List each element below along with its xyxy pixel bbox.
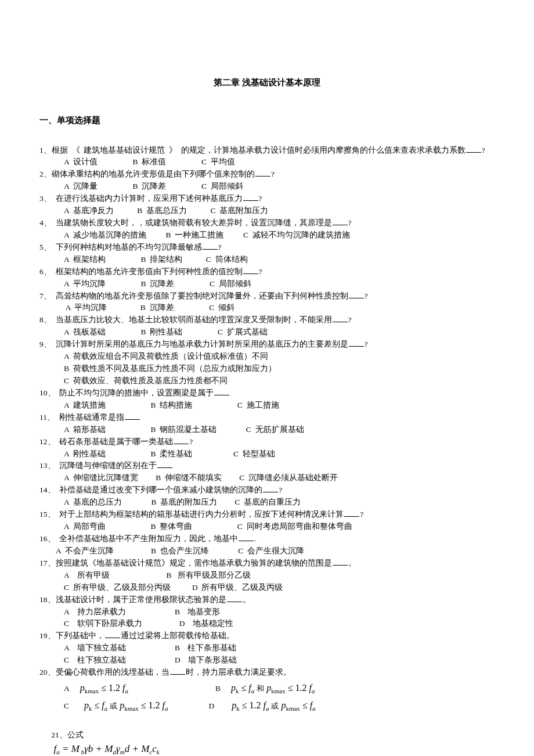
option-c: C 局部倾斜 xyxy=(210,279,251,288)
q-text: 下列基础中， xyxy=(56,631,104,640)
blank xyxy=(203,242,218,250)
q-period: 。 xyxy=(348,559,356,567)
option-a: A 筏板基础 xyxy=(64,327,106,336)
option-b: B 也会产生沉绛 xyxy=(151,546,209,555)
question-1: 1、根据 《 建筑地基基础设计规范 》 的规定，计算地基承载力设计值时必须用内摩… xyxy=(39,145,495,169)
q-number: 21、 xyxy=(51,730,67,739)
option-a: A 持力层承载力 xyxy=(64,607,126,616)
option-label-c: C xyxy=(64,700,69,712)
q-number: 8、 xyxy=(39,315,52,324)
option-a: A 箱形基础 xyxy=(64,425,106,434)
question-20: 20、受偏心荷载作用的浅埋基础，当时，持力层承载力满足要求。 A pkmax ≤… xyxy=(39,667,495,714)
q-mark: ? xyxy=(279,485,282,494)
blank xyxy=(333,218,348,225)
option-b: B 整体弯曲 xyxy=(150,522,192,531)
q-mark: ? xyxy=(259,194,262,203)
blank xyxy=(125,412,140,420)
q-text: 刚性基础通常是指 xyxy=(55,413,124,422)
question-15: 15、 对于上部结构为框架结构的箱形基础进行内力分析时，应按下述何种情况来计算?… xyxy=(39,509,495,533)
q-text-b: 通过过梁将上部荷载传给基础。 xyxy=(121,631,234,640)
option-c: C 所有甲级、乙级及部分丙级 xyxy=(64,583,171,592)
option-c: C 软弱下卧层承载力 xyxy=(64,619,142,628)
q-number: 10、 xyxy=(39,388,56,397)
option-a: A 沉降量 xyxy=(64,182,98,190)
question-21: 21、公式 fa = M bγb + Mdγmd + Mcck 中，承载力系数由… xyxy=(39,718,495,756)
question-3: 3、 在进行浅基础内力计算时，应采用下述何种基底压力? A 基底净反力 B 基底… xyxy=(39,193,495,217)
option-c: C 会产生很大沉降 xyxy=(238,546,304,555)
option-d: D 地基稳定性 xyxy=(179,619,233,628)
q-number: 20、 xyxy=(39,668,56,676)
option-c: C 施工措施 xyxy=(237,401,279,409)
q-mark: ? xyxy=(348,218,352,227)
option-b: B 沉降差 xyxy=(140,303,174,312)
option-c: C 倾斜 xyxy=(209,303,234,312)
q-number: 7、 xyxy=(39,291,52,300)
q-number: 16、 xyxy=(39,534,56,543)
blank xyxy=(170,667,185,675)
blank xyxy=(214,388,229,395)
q-text: 防止不均匀沉降的措施中，设置圈梁是属于 xyxy=(56,388,214,397)
q-number: 1、 xyxy=(39,146,52,154)
blank xyxy=(349,290,364,298)
formula-c: pk ≤ fa 或 pkmax ≤ 1.2 fa xyxy=(80,699,168,714)
option-b: B 柔性基础 xyxy=(150,449,192,458)
q-mark: ? xyxy=(365,291,368,300)
option-b: B 地基变形 xyxy=(175,607,221,616)
q-text: 当基底压力比较大、地基土比较软弱而基础的埋置深度又受限制时，不能采用 xyxy=(52,315,332,324)
q-number: 14、 xyxy=(39,485,56,494)
question-8: 8、 当基底压力比较大、地基土比较软弱而基础的埋置深度又受限制时，不能采用? A… xyxy=(39,314,495,339)
option-c: C 荷载效应、荷载性质及基底压力性质都不同 xyxy=(64,376,228,385)
option-a: A 减少地基沉降的措施 xyxy=(64,231,146,239)
option-b: B 结构措施 xyxy=(150,401,192,409)
q-number: 3、 xyxy=(39,194,52,203)
q-text: 公式 xyxy=(67,730,84,739)
question-17: 17、按照建筑《地基基础设计规范》规定，需作地基承载力验算的建筑物的范围是。 A… xyxy=(39,557,495,594)
option-d: D 墙下条形基础 xyxy=(175,656,237,664)
question-10: 10、 防止不均匀沉降的措施中，设置圈梁是属于 A 建筑措施 B 结构措施 C … xyxy=(39,387,495,412)
q-text: 高耸结构物的地基允许变形值除了要控制绝对沉降量外，还要由下列何种性质控制 xyxy=(52,291,348,300)
option-b: B 一种施工措施 xyxy=(166,231,224,239)
q-number: 19、 xyxy=(39,631,56,640)
q-mark: ? xyxy=(365,340,368,348)
question-4: 4、 当建筑物长度较大时，，或建筑物荷载有较大差异时，设置沉降缝，其原理是? A… xyxy=(39,217,495,242)
q-number: 13、 xyxy=(39,461,56,470)
q-text: 根据 《 建筑地基基础设计规范 》 的规定，计算地基承载力设计值时必须用内摩擦角… xyxy=(52,146,466,154)
q-mark: ? xyxy=(218,243,222,251)
option-label-d: D xyxy=(208,700,214,712)
option-a: A 荷载效应组合不同及荷载性质（设计值或标准值）不同 xyxy=(64,352,268,361)
option-d: D 所有甲级、乙级及丙级 xyxy=(192,583,283,592)
option-label-a: A xyxy=(64,683,70,695)
blank xyxy=(333,315,348,322)
q-text: 框架结构的地基允许变形值由下列何种性质的值控制 xyxy=(52,267,243,276)
blank xyxy=(243,193,258,201)
option-c: C 扩展式基础 xyxy=(218,327,268,336)
option-b: B 荷载性质不同及基底压力性质不同（总应力或附加应力） xyxy=(64,364,276,373)
document-page: 第二章 浅基础设计基本原理 一、单项选择题 1、根据 《 建筑地基基础设计规范 … xyxy=(0,0,534,756)
section-heading: 一、单项选择题 xyxy=(39,113,495,127)
option-b: B 所有甲级及部分乙级 xyxy=(166,571,250,579)
q-text: 当建筑物长度较大时，，或建筑物荷载有较大差异时，设置沉降缝，其原理是 xyxy=(52,218,332,227)
q-number: 11、 xyxy=(39,413,55,422)
option-c: C 柱下独立基础 xyxy=(64,656,126,664)
q-text: 下列何种结构对地基的不均匀沉降最敏感 xyxy=(52,243,202,251)
option-a: A 所有甲级 xyxy=(64,571,110,579)
q20-row-2: C pk ≤ fa 或 pkmax ≤ 1.2 fa D pk ≤ 1.2 fa… xyxy=(39,699,495,714)
option-a: A 框架结构 xyxy=(64,255,106,264)
q-number: 5、 xyxy=(39,243,52,251)
option-a: A 伸缩缝比沉降缝宽 xyxy=(64,473,138,482)
q-number: 9、 xyxy=(39,340,52,348)
formula-b: pk ≤ fa 和 pkmax ≤ 1.2 fa xyxy=(231,681,315,696)
q-mark: ? xyxy=(259,267,262,276)
blank xyxy=(243,267,258,274)
question-6: 6、 框架结构的地基允许变形值由下列何种性质的值控制? A 平均沉降 B 沉降差… xyxy=(39,266,495,290)
question-2: 2、砌体承重结构的地基允许变形值是由下列哪个值来控制的? A 沉降量 B 沉降差… xyxy=(39,168,495,193)
question-19: 19、下列基础中，通过过梁将上部荷载传给基础。 A 墙下独立基础 B 柱下条形基… xyxy=(39,630,495,667)
option-a: A 局部弯曲 xyxy=(64,522,106,531)
q20-row-1: A pkmax ≤ 1.2 fa B pk ≤ fa 和 pkmax ≤ 1.2… xyxy=(39,681,495,696)
q-text: 在进行浅基础内力计算时，应采用下述何种基底压力 xyxy=(52,194,243,203)
option-c: C 局部倾斜 xyxy=(201,182,243,190)
blank xyxy=(227,594,242,602)
option-a: A 基底的总压力 xyxy=(64,498,122,506)
blank xyxy=(157,460,172,468)
question-14: 14、 补偿基础是通过改变下列哪一个值来减小建筑物的沉降的? A 基底的总压力 … xyxy=(39,484,495,509)
